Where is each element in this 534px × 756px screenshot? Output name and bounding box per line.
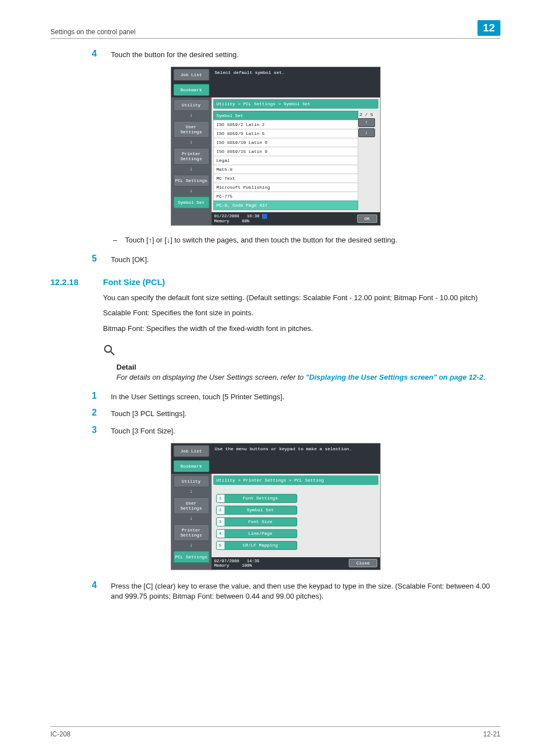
step-text: In the User Settings screen, touch [5 Pr… (111, 391, 500, 402)
screen-message: Use the menu buttons or keypad to make a… (212, 444, 380, 474)
step-number: 3 (92, 425, 99, 436)
screenshot-pcl-setting: Job List Bookmark Use the menu buttons o… (171, 443, 381, 570)
nav-pcl-settings[interactable]: PCL Settings (174, 175, 209, 186)
nav-user-settings[interactable]: User Settings (174, 497, 209, 514)
job-list-tab[interactable]: Job List (174, 445, 209, 457)
list-item[interactable]: ISO 8859/15 Latin 9 (213, 147, 358, 156)
screenshot-symbol-set: Job List Bookmark Select default symbol … (171, 67, 381, 226)
list-header: Symbol Set (213, 111, 358, 120)
list-item[interactable]: Legal (213, 156, 358, 165)
list-item[interactable]: MC Text (213, 174, 358, 183)
arrow-down-icon: ↓ (171, 166, 212, 172)
ok-button[interactable]: OK (357, 214, 377, 223)
list-item[interactable]: PC-775 (213, 192, 358, 201)
status-left: 02/07/2008 14:35 Memory 100% (214, 559, 260, 568)
bookmark-tab[interactable]: Bookmark (174, 84, 209, 96)
step-number: 5 (92, 254, 99, 265)
detail-text: For details on displaying the User Setti… (116, 372, 500, 383)
footer-left: IC-208 (50, 730, 71, 738)
list-item[interactable]: ISO 8859/2 Latin 2 (213, 120, 358, 129)
menu-symbol-set[interactable]: 2Symbol Set (216, 506, 297, 515)
arrow-down-icon: ↓ (171, 543, 212, 548)
list-item-selected[interactable]: PC-8, Code Page 437 (213, 200, 358, 210)
magnifier-icon (103, 344, 115, 358)
nav-symbol-set[interactable]: Symbol Set (174, 197, 209, 208)
step-text: Touch [3 PCL Settings]. (111, 408, 500, 419)
close-button[interactable]: Close (349, 559, 377, 567)
arrow-down-icon: ↓ (171, 188, 212, 194)
step-number: 1 (92, 391, 99, 402)
menu-line-page[interactable]: 4Line/Page (216, 529, 297, 538)
body-paragraph: Scalable Font: Specifies the font size i… (103, 307, 500, 319)
menu-font-size[interactable]: 3Font Size (216, 517, 297, 526)
nav-utility[interactable]: Utility (174, 475, 209, 487)
chapter-number: 12 (477, 20, 500, 36)
dash-bullet: – (113, 235, 117, 246)
page-down-button[interactable]: ↓ (358, 128, 375, 137)
note-text: Touch [↑] or [↓] to switch the pages, an… (125, 235, 397, 246)
status-icon (262, 214, 267, 219)
nav-utility[interactable]: Utility (174, 99, 209, 111)
body-paragraph: Bitmap Font: Specifies the width of the … (103, 323, 500, 334)
svg-point-0 (105, 346, 111, 352)
step-text: Touch [3 Font Size]. (111, 425, 500, 436)
step-number: 4 (92, 49, 99, 60)
nav-pcl-settings[interactable]: PCL Settings (174, 551, 209, 563)
arrow-down-icon: ↓ (171, 516, 212, 521)
step-number: 4 (92, 580, 99, 601)
section-title: Font Size (PCL) (103, 277, 165, 287)
screen-message: Select default symbol set. (212, 67, 380, 97)
arrow-down-icon: ↓ (171, 113, 212, 118)
arrow-down-icon: ↓ (171, 139, 212, 145)
cross-reference-link[interactable]: "Displaying the User Settings screen" on… (306, 373, 483, 381)
step-number: 2 (92, 408, 99, 419)
step-text: Touch [OK]. (111, 254, 500, 265)
menu-crlf-mapping[interactable]: 5CR/LF Mapping (216, 541, 297, 550)
arrow-down-icon: ↓ (171, 489, 212, 494)
menu-font-settings[interactable]: 1Font Settings (216, 494, 297, 503)
page-up-button[interactable]: ↑ (358, 118, 375, 127)
svg-line-1 (111, 352, 114, 355)
status-left: 01/22/2008 16:30 Memory 90% (214, 214, 267, 223)
footer-right: 12-21 (483, 730, 500, 738)
nav-printer-settings[interactable]: Printer Settings (174, 148, 209, 165)
breadcrumb: Utility > Printer Settings > PCL Setting (213, 475, 378, 485)
section-number: 12.2.18 (50, 277, 88, 287)
step-text: Touch the button for the desired setting… (111, 49, 500, 60)
breadcrumb: Utility > PCL Settings > Symbol Set (213, 99, 378, 109)
detail-label: Detail (116, 363, 500, 371)
list-item[interactable]: Math-8 (213, 165, 358, 174)
pager-label: 2 / 5 (358, 112, 375, 117)
step-text: Press the [C] (clear) key to erase the v… (111, 580, 500, 601)
list-item[interactable]: ISO 8859/10 Latin 6 (213, 138, 358, 147)
nav-printer-settings[interactable]: Printer Settings (174, 524, 209, 541)
body-paragraph: You can specify the default font size se… (103, 292, 500, 304)
job-list-tab[interactable]: Job List (174, 69, 209, 81)
list-item[interactable]: Microsoft Publishing (213, 183, 358, 192)
running-header: Settings on the control panel (50, 28, 135, 36)
nav-user-settings[interactable]: User Settings (174, 121, 209, 138)
list-item[interactable]: ISO 8859/9 Latin 5 (213, 129, 358, 138)
bookmark-tab[interactable]: Bookmark (174, 460, 209, 472)
